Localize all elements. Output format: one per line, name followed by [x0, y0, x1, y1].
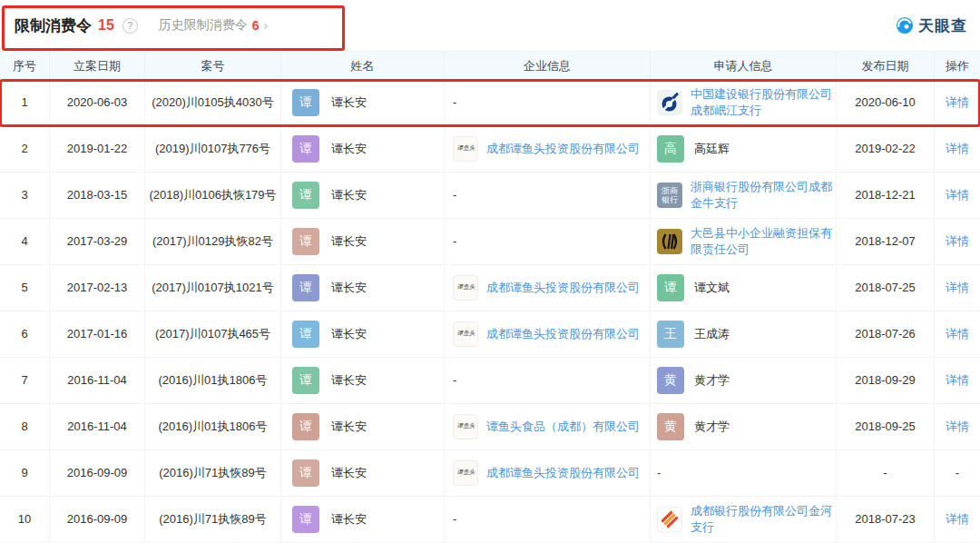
- applicant-company-link[interactable]: 中国建设银行股份有限公司成都岷江支行: [691, 86, 832, 119]
- detail-link[interactable]: 详情: [946, 372, 969, 389]
- help-icon[interactable]: ?: [122, 18, 138, 34]
- applicant-info-cell: 成都银行股份有限公司金河支行: [651, 497, 837, 542]
- applicant-name: 高廷辉: [694, 141, 730, 157]
- person-name-cell: 谭谭长安: [281, 265, 445, 311]
- person-name[interactable]: 谭长安: [331, 280, 367, 296]
- company-link[interactable]: 成都谭鱼头投资股份有限公司: [486, 280, 640, 296]
- publish-date-cell: 2018-07-23: [837, 497, 935, 542]
- company-info-cell: 谭鱼头成都谭鱼头投资股份有限公司: [445, 311, 651, 357]
- person-name-cell: 谭谭长安: [281, 404, 445, 449]
- applicant-company-link[interactable]: 成都银行股份有限公司金河支行: [691, 503, 832, 536]
- history-limit-link[interactable]: 历史限制消费令 6 ›: [159, 17, 268, 34]
- person-name[interactable]: 谭长安: [331, 233, 367, 250]
- applicant-avatar: 黄: [657, 367, 684, 394]
- applicant-avatar: 高: [657, 135, 684, 163]
- dayi-guarantee-logo[interactable]: [657, 229, 682, 254]
- person-avatar: 谭: [292, 367, 319, 394]
- action-cell: 详情: [935, 311, 980, 357]
- history-count: 6: [252, 18, 260, 33]
- detail-link[interactable]: 详情: [946, 419, 969, 435]
- applicant-info-cell: 高高廷辉: [651, 126, 837, 172]
- detail-link[interactable]: 详情: [946, 141, 969, 157]
- person-name[interactable]: 谭长安: [331, 419, 367, 435]
- applicant-info-cell: 中国建设银行股份有限公司成都岷江支行: [651, 80, 837, 125]
- applicant-name: 王成涛: [694, 326, 730, 342]
- empty-dash: -: [956, 465, 959, 481]
- person-name[interactable]: 谭长安: [331, 326, 367, 342]
- person-name[interactable]: 谭长安: [331, 94, 367, 111]
- brand-logo[interactable]: 天眼查: [896, 15, 967, 36]
- company-link[interactable]: 成都谭鱼头投资股份有限公司: [486, 141, 640, 157]
- filing-date-cell: 2017-03-29: [50, 219, 145, 264]
- person-name-cell: 谭谭长安: [281, 219, 445, 264]
- empty-dash: -: [657, 465, 661, 481]
- person-avatar: 谭: [292, 321, 319, 348]
- column-header-6: 申请人信息: [651, 52, 837, 80]
- detail-link[interactable]: 详情: [946, 511, 969, 528]
- column-header-5: 企业信息: [445, 52, 651, 80]
- applicant-company-link[interactable]: 浙商银行股份有限公司成都金牛支行: [691, 179, 832, 212]
- detail-link[interactable]: 详情: [946, 94, 969, 111]
- table-row: 32018-03-15(2018)川0106执恢179号谭谭长安-浙商银行浙商银…: [0, 173, 980, 219]
- detail-link[interactable]: 详情: [946, 326, 969, 342]
- applicant-name: 谭文斌: [694, 280, 730, 296]
- company-info-cell: -: [445, 80, 651, 125]
- history-label: 历史限制消费令: [159, 17, 248, 34]
- tanyutou-company-logo[interactable]: 谭鱼头: [453, 136, 478, 162]
- applicant-info-cell: 黄黄才学: [651, 404, 837, 449]
- action-cell: -: [935, 450, 980, 496]
- tanyutou-company-logo[interactable]: 谭鱼头: [453, 321, 478, 347]
- chengdu-bank-logo[interactable]: [657, 507, 682, 532]
- publish-date-cell: 2018-07-25: [837, 265, 935, 311]
- person-name[interactable]: 谭长安: [331, 141, 367, 157]
- action-cell: 详情: [935, 265, 980, 311]
- detail-link[interactable]: 详情: [946, 187, 969, 203]
- publish-date-cell: 2018-12-07: [837, 219, 935, 264]
- person-name[interactable]: 谭长安: [331, 511, 367, 528]
- detail-link[interactable]: 详情: [946, 233, 969, 250]
- company-link[interactable]: 成都谭鱼头投资股份有限公司: [486, 326, 640, 342]
- record-count: 15: [98, 17, 114, 34]
- case-number-cell: (2018)川0106执恢179号: [145, 173, 281, 218]
- applicant-avatar: 谭: [657, 274, 684, 301]
- seq-cell: 5: [0, 265, 50, 311]
- case-number-cell: (2017)川0129执恢82号: [145, 219, 281, 264]
- applicant-info-cell: 大邑县中小企业融资担保有限责任公司: [651, 219, 837, 264]
- zheshang-bank-logo[interactable]: 浙商银行: [657, 183, 682, 208]
- table-row: 72016-11-04(2016)川01执1806号谭谭长安-黄黄才学2018-…: [0, 358, 980, 404]
- column-header-8: 操作: [935, 52, 980, 80]
- ccb-bank-logo[interactable]: [657, 90, 682, 115]
- person-name-cell: 谭谭长安: [281, 173, 445, 218]
- seq-cell: 1: [0, 80, 50, 125]
- company-link[interactable]: 成都谭鱼头投资股份有限公司: [486, 465, 640, 481]
- table-row: 82016-11-04(2016)川01执1806号谭谭长安谭鱼头谭鱼头食品（成…: [0, 404, 980, 450]
- applicant-company-link[interactable]: 大邑县中小企业融资担保有限责任公司: [691, 225, 832, 258]
- column-header-3: 案号: [145, 52, 281, 80]
- person-name-cell: 谭谭长安: [281, 311, 445, 357]
- seq-cell: 4: [0, 219, 50, 264]
- company-info-cell: 谭鱼头谭鱼头食品（成都）有限公司: [445, 404, 651, 449]
- filing-date-cell: 2018-03-15: [50, 173, 145, 218]
- table-body: 12020-06-03(2020)川0105执4030号谭谭长安-中国建设银行股…: [0, 80, 980, 543]
- action-cell: 详情: [935, 219, 980, 264]
- action-cell: 详情: [935, 404, 980, 449]
- company-info-cell: -: [445, 219, 651, 264]
- brand-name: 天眼查: [918, 15, 967, 36]
- table-row: 52017-02-13(2017)川0107执1021号谭谭长安谭鱼头成都谭鱼头…: [0, 265, 980, 311]
- person-name[interactable]: 谭长安: [331, 372, 367, 389]
- case-number-cell: (2016)川01执1806号: [145, 358, 281, 403]
- action-cell: 详情: [935, 126, 980, 172]
- person-name[interactable]: 谭长安: [331, 465, 367, 481]
- person-name[interactable]: 谭长安: [331, 187, 367, 203]
- tanyutou-company-logo[interactable]: 谭鱼头: [453, 460, 478, 486]
- tanyutou-company-logo[interactable]: 谭鱼头: [453, 275, 478, 301]
- person-avatar: 谭: [292, 89, 319, 116]
- empty-dash: -: [453, 372, 456, 389]
- tanyutou-company-logo[interactable]: 谭鱼头: [453, 414, 478, 439]
- detail-link[interactable]: 详情: [946, 280, 969, 296]
- person-name-cell: 谭谭长安: [281, 450, 445, 496]
- tianyancha-eye-icon: [896, 16, 914, 35]
- applicant-info-cell: 黄黄才学: [651, 358, 837, 403]
- case-number-cell: (2016)川01执1806号: [145, 404, 281, 449]
- company-link[interactable]: 谭鱼头食品（成都）有限公司: [486, 419, 640, 435]
